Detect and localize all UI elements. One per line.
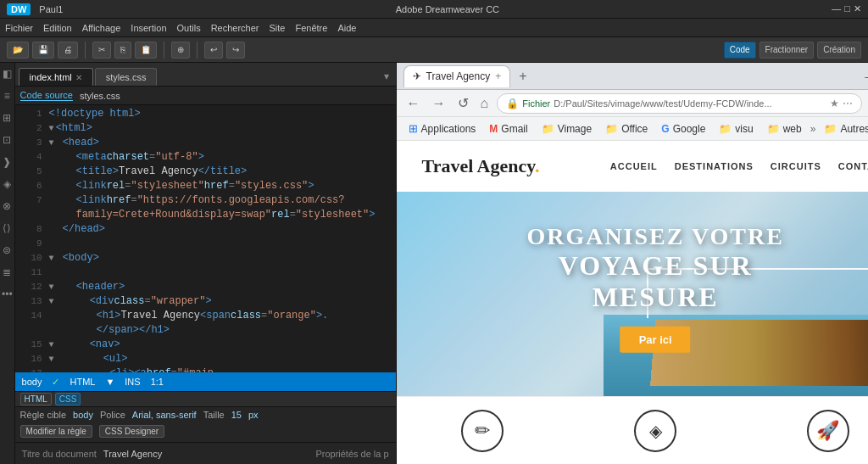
gmail-label: Gmail <box>501 123 527 135</box>
other-fav-folder-icon: 📁 <box>824 123 837 135</box>
address-star-icon[interactable]: ★ <box>830 98 839 109</box>
panel-icon-10[interactable]: ≣ <box>1 265 13 280</box>
website-content: Travel Agency. ACCUEIL DESTINATIONS CIRC… <box>397 141 868 464</box>
panel-icon-3[interactable]: ⊞ <box>1 110 13 126</box>
panel-icon-2[interactable]: ≡ <box>3 88 12 103</box>
menu-affichage[interactable]: Affichage <box>82 23 121 33</box>
file-tab-css-name: styles.css <box>106 72 147 82</box>
browser-titlebar: ✈ Travel Agency + + — □ ✕ <box>397 63 868 90</box>
status-ins: INS <box>125 377 140 387</box>
hero-title-1: ORGANISEZ VOTRE <box>526 222 785 249</box>
menu-fichier[interactable]: Fichier <box>5 23 33 33</box>
forward-btn[interactable]: → <box>429 94 449 113</box>
bookmarks-bar: ⊞ Applications M Gmail 📁 Vimage 📁 Office… <box>397 117 868 141</box>
nav-contact[interactable]: CONTACT <box>838 161 868 171</box>
toolbar-undo-btn[interactable]: ↩ <box>204 42 223 59</box>
browser-toolbar: ← → ↺ ⌂ 🔒 Fichier D:/Paul/Sites/vimage/w… <box>397 90 868 117</box>
styles-tab[interactable]: styles.css <box>80 91 120 101</box>
bookmark-other-favorites[interactable]: 📁 Autres favoris <box>819 121 868 137</box>
code-content[interactable]: 1 <!doctype html> 2 ▼ <html> 3 ▼ <head> … <box>15 105 396 372</box>
browser-minimize-btn[interactable]: — <box>865 70 868 83</box>
site-navbar: Travel Agency. ACCUEIL DESTINATIONS CIRC… <box>397 141 868 192</box>
css-badge[interactable]: CSS <box>55 393 81 405</box>
panel-icon-11[interactable]: ••• <box>0 287 14 302</box>
bookmark-visu[interactable]: 📁 visu <box>714 121 758 137</box>
menu-rechercher[interactable]: Rechercher <box>211 23 259 33</box>
panel-icon-6[interactable]: ◈ <box>2 176 13 192</box>
site-icon-circle-layers[interactable]: ◈ <box>634 410 676 452</box>
menu-edition[interactable]: Edition <box>43 23 72 33</box>
menu-fenetre[interactable]: Fenêtre <box>295 23 327 33</box>
toolbar-copy-btn[interactable]: ⎘ <box>114 42 131 59</box>
props-right-label: Propriétés de la p <box>315 449 388 459</box>
code-line-4: 4 <meta charset = "utf-8" > <box>15 150 396 165</box>
close-btn[interactable]: ✕ <box>854 3 861 14</box>
toolbar-paste-btn[interactable]: 📋 <box>135 42 157 59</box>
code-view-btn[interactable]: Code <box>724 42 756 59</box>
new-tab-btn[interactable]: + <box>515 69 530 84</box>
toolbar-save-btn[interactable]: 💾 <box>32 42 54 59</box>
minimize-btn[interactable]: — <box>832 3 841 14</box>
layers-icon: ◈ <box>649 421 662 441</box>
panel-icon-9[interactable]: ⊜ <box>1 243 13 258</box>
home-btn[interactable]: ⌂ <box>477 94 492 113</box>
menu-site[interactable]: Site <box>270 23 286 33</box>
dw-code-editor: index.html ✕ styles.css ▾ Code source st… <box>15 63 397 464</box>
visu-folder-icon: 📁 <box>719 123 732 135</box>
code-line-17a: 17 <li><a href = "#main- <box>15 366 396 372</box>
panel-icon-7[interactable]: ⊗ <box>1 198 13 214</box>
site-icon-rocket: 🚀 <box>807 410 849 452</box>
address-bar[interactable]: 🔒 Fichier D:/Paul/Sites/vimage/www/test/… <box>497 93 861 114</box>
modify-rule-btn[interactable]: Modifier la règle <box>20 425 92 438</box>
code-source-tab[interactable]: Code source <box>20 90 73 101</box>
file-tab-html[interactable]: index.html ✕ <box>19 68 93 86</box>
window-controls[interactable]: — □ ✕ <box>832 3 861 14</box>
reload-btn[interactable]: ↺ <box>454 93 472 113</box>
menu-insertion[interactable]: Insertion <box>131 23 166 33</box>
site-icon-circle-edit[interactable]: ✏ <box>461 410 504 452</box>
back-btn[interactable]: ← <box>403 94 424 113</box>
toolbar-cut-btn[interactable]: ✂ <box>92 42 111 59</box>
rule-value: body <box>73 410 93 420</box>
bookmark-google[interactable]: G Google <box>656 121 710 137</box>
bookmark-web[interactable]: 📁 web <box>762 121 807 137</box>
menu-aide[interactable]: Aide <box>337 23 356 33</box>
address-more-icon[interactable]: ⋯ <box>843 98 853 109</box>
nav-accueil[interactable]: ACCUEIL <box>610 161 658 171</box>
bookmark-apps[interactable]: ⊞ Applications <box>403 120 481 137</box>
bookmark-gmail[interactable]: M Gmail <box>484 121 532 137</box>
panel-icon-8[interactable]: ⟨⟩ <box>1 221 13 236</box>
css-designer-btn[interactable]: CSS Designer <box>99 425 164 438</box>
nav-destinations[interactable]: DESTINATIONS <box>675 161 754 171</box>
split-view-btn[interactable]: Fractionner <box>760 42 815 59</box>
code-line-7a: 7 <link href = "https://fonts.googleapis… <box>15 193 396 208</box>
toolbar-browser-btn[interactable]: ⊕ <box>171 42 190 59</box>
bookmark-office[interactable]: 📁 Office <box>600 121 653 137</box>
toolbar-redo-btn[interactable]: ↪ <box>226 42 245 59</box>
status-language: HTML <box>70 377 95 387</box>
toolbar-open-btn[interactable]: 📂 <box>7 42 29 59</box>
design-view-btn[interactable]: Création <box>817 42 861 59</box>
bookmark-vimage[interactable]: 📁 Vimage <box>537 121 597 137</box>
file-tab-html-close[interactable]: ✕ <box>75 73 82 82</box>
vimage-label: Vimage <box>558 123 592 135</box>
file-tab-css[interactable]: styles.css <box>95 68 158 86</box>
maximize-btn[interactable]: □ <box>844 3 850 14</box>
bookmarks-more-btn[interactable]: » <box>810 123 816 135</box>
toolbar-print-btn[interactable]: 🖨 <box>58 42 78 59</box>
panel-icon-1[interactable]: ◧ <box>1 66 14 81</box>
nav-circuits[interactable]: CIRCUITS <box>771 161 821 171</box>
code-line-7b: family=Crete+Round&display=swap" rel = "… <box>15 208 396 222</box>
browser-tab[interactable]: ✈ Travel Agency + <box>403 65 511 87</box>
site-icon-circle-rocket[interactable]: 🚀 <box>807 410 849 452</box>
panel-icon-5[interactable]: ❱ <box>1 154 13 170</box>
hero-cta-btn[interactable]: Par ici <box>620 326 691 352</box>
menu-outils[interactable]: Outils <box>177 23 201 33</box>
panel-icon-4[interactable]: ⊡ <box>1 132 13 148</box>
visu-label: visu <box>735 123 753 135</box>
html-badge[interactable]: HTML <box>20 393 52 405</box>
address-path-text: D:/Paul/Sites/vimage/www/test/Udemy-FCDW… <box>554 98 771 109</box>
tab-close-btn[interactable]: + <box>495 70 501 82</box>
filter-icon[interactable]: ▾ <box>381 67 392 86</box>
tab-title: Travel Agency <box>426 70 491 82</box>
